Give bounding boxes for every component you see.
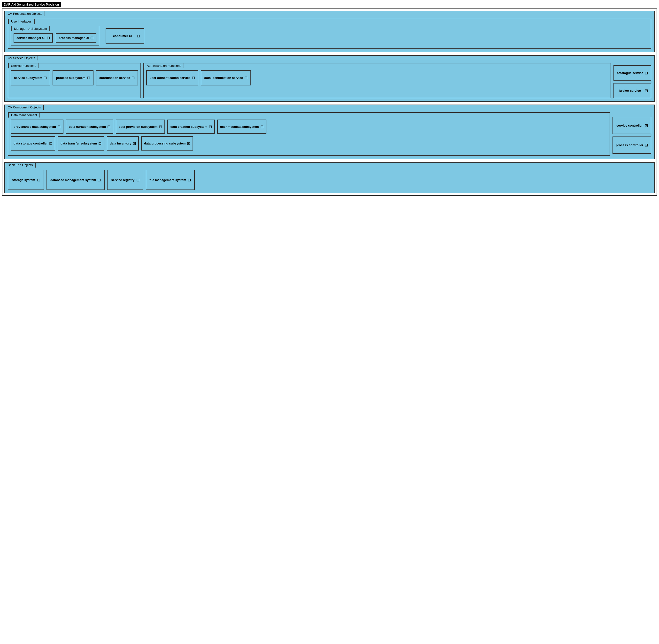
user-metadata-subsystem-label: user metadata subsystem <box>220 125 259 129</box>
backend-tab: Back End Objects <box>5 162 36 168</box>
process-manager-ui-box[interactable]: process manager UI ⊡ <box>56 33 96 43</box>
component-icon-10: ⊡ <box>645 88 648 93</box>
component-tab: CV Component Objects <box>5 105 44 110</box>
component-icon-4: ⊡ <box>44 75 47 80</box>
data-inventory-box[interactable]: data inventory ⊡ <box>107 136 139 151</box>
data-curation-subsystem-box[interactable]: data curation subsystem ⊡ <box>66 119 113 134</box>
component-icon-15: ⊡ <box>260 124 264 129</box>
component-icon-22: ⊡ <box>37 178 40 182</box>
component-icon-11: ⊡ <box>58 124 61 129</box>
admin-functions-box: Administration Functions user authentica… <box>144 63 611 98</box>
service-subsystem-label: service subsystem <box>14 76 42 79</box>
service-registry-box[interactable]: service registry ⊡ <box>107 170 144 190</box>
component-icon-7: ⊡ <box>192 75 195 80</box>
pres-tab: CV Presentation Objects <box>5 11 45 17</box>
component-icon-13: ⊡ <box>159 124 162 129</box>
broker-service-box[interactable]: broker service ⊡ <box>613 83 651 98</box>
userinterfaces-wrap: UserInterfaces Manager UI Subsystem serv… <box>8 19 651 49</box>
user-auth-service-label: user authentication service <box>150 76 190 79</box>
pres-section: CV Presentation Objects UserInterfaces M… <box>4 11 655 52</box>
file-management-system-label: file management system <box>150 178 186 182</box>
service-manager-ui-label: service manager UI <box>17 36 45 40</box>
provenance-data-subsystem-label: provenance data subsystem <box>14 125 56 129</box>
admin-functions-tab: Administration Functions <box>144 63 184 68</box>
storage-system-label: storage system <box>12 178 36 182</box>
data-identification-service-label: data identification service <box>204 76 243 79</box>
service-controller-label: service controller <box>616 124 643 127</box>
process-controller-label: process controller <box>616 143 643 147</box>
catalogue-service-box[interactable]: catalogue service ⊡ <box>613 65 651 80</box>
data-storage-controller-label: data storage controller <box>14 142 48 145</box>
data-provision-subsystem-label: data provision subsystem <box>119 125 157 129</box>
component-icon-9: ⊡ <box>645 71 648 75</box>
data-inventory-label: data inventory <box>110 142 131 145</box>
process-manager-ui-label: process manager UI <box>59 36 89 40</box>
component-icon-20: ⊡ <box>645 123 648 128</box>
process-subsystem-box[interactable]: process subsystem ⊡ <box>52 70 93 86</box>
component-icon-23: ⊡ <box>97 178 101 182</box>
consumer-ui-label: consumer UI <box>110 34 135 38</box>
database-management-system-box[interactable]: database management system ⊡ <box>46 170 105 190</box>
component-icon-1: ⊡ <box>47 36 50 40</box>
component-icon-18: ⊡ <box>133 141 136 146</box>
userinterfaces-tab: UserInterfaces <box>8 19 35 24</box>
component-icon-17: ⊡ <box>98 141 102 146</box>
data-creation-subsystem-box[interactable]: data creation subsystem ⊡ <box>167 119 215 134</box>
data-storage-controller-box[interactable]: data storage controller ⊡ <box>10 136 55 151</box>
service-manager-ui-box[interactable]: service manager UI ⊡ <box>14 33 53 43</box>
process-controller-box[interactable]: process controller ⊡ <box>613 137 651 154</box>
data-transfer-subsystem-box[interactable]: data transfer subsystem ⊡ <box>58 136 104 151</box>
component-icon-8: ⊡ <box>244 75 247 80</box>
service-section: CV Service Objects Service Functions ser… <box>4 55 655 102</box>
service-tab: CV Service Objects <box>5 55 38 61</box>
component-icon-3: ⊡ <box>137 33 140 38</box>
consumer-ui-box[interactable]: consumer UI ⊡ <box>106 28 144 44</box>
user-auth-service-box[interactable]: user authentication service ⊡ <box>146 70 198 86</box>
manager-ui-subsystem: Manager UI Subsystem service manager UI … <box>10 26 99 46</box>
service-functions-tab: Service Functions <box>8 63 39 68</box>
process-subsystem-label: process subsystem <box>56 76 85 79</box>
provenance-data-subsystem-box[interactable]: provenance data subsystem ⊡ <box>10 119 63 134</box>
data-management-tab: Data Management <box>8 112 40 118</box>
component-icon-14: ⊡ <box>209 124 212 129</box>
main-container: CV Presentation Objects UserInterfaces M… <box>2 8 657 196</box>
window-title: DARIAH Generalized Service Provision <box>2 2 61 7</box>
data-identification-service-box[interactable]: data identification service ⊡ <box>201 70 251 86</box>
component-section: CV Component Objects Data Management pro… <box>4 105 655 159</box>
data-provision-subsystem-box[interactable]: data provision subsystem ⊡ <box>116 119 165 134</box>
service-functions-box: Service Functions service subsystem ⊡ pr… <box>8 63 141 98</box>
data-transfer-subsystem-label: data transfer subsystem <box>61 142 97 145</box>
user-metadata-subsystem-box[interactable]: user metadata subsystem ⊡ <box>217 119 266 134</box>
catalogue-service-label: catalogue service <box>617 71 643 75</box>
component-icon-6: ⊡ <box>132 75 135 80</box>
database-management-system-label: database management system <box>50 178 96 182</box>
data-management-box: Data Management provenance data subsyste… <box>8 112 610 156</box>
service-controller-box[interactable]: service controller ⊡ <box>613 117 651 134</box>
storage-system-box[interactable]: storage system ⊡ <box>8 170 44 190</box>
component-icon-19: ⊡ <box>187 141 190 146</box>
broker-service-label: broker service <box>617 89 643 92</box>
component-icon-25: ⊡ <box>188 178 191 182</box>
component-icon-5: ⊡ <box>87 75 90 80</box>
manager-ui-tab: Manager UI Subsystem <box>11 26 50 31</box>
controllers-col: service controller ⊡ process controller … <box>613 112 651 156</box>
component-icon-2: ⊡ <box>90 36 93 40</box>
service-registry-label: service registry <box>111 178 135 182</box>
component-icon-21: ⊡ <box>645 143 648 147</box>
service-subsystem-box[interactable]: service subsystem ⊡ <box>10 70 50 86</box>
coordination-service-box[interactable]: coordination service ⊡ <box>96 70 138 86</box>
component-icon-12: ⊡ <box>107 124 110 129</box>
file-management-system-box[interactable]: file management system ⊡ <box>146 170 195 190</box>
catalogue-broker-col: catalogue service ⊡ broker service ⊡ <box>613 63 651 98</box>
data-processing-subsystem-box[interactable]: data processing subsystem ⊡ <box>141 136 193 151</box>
data-creation-subsystem-label: data creation subsystem <box>170 125 207 129</box>
data-curation-subsystem-label: data curation subsystem <box>69 125 106 129</box>
data-processing-subsystem-label: data processing subsystem <box>144 142 185 145</box>
coordination-service-label: coordination service <box>99 76 130 79</box>
component-icon-16: ⊡ <box>49 141 52 146</box>
backend-section: Back End Objects storage system ⊡ databa… <box>4 162 655 193</box>
component-icon-24: ⊡ <box>136 178 139 182</box>
